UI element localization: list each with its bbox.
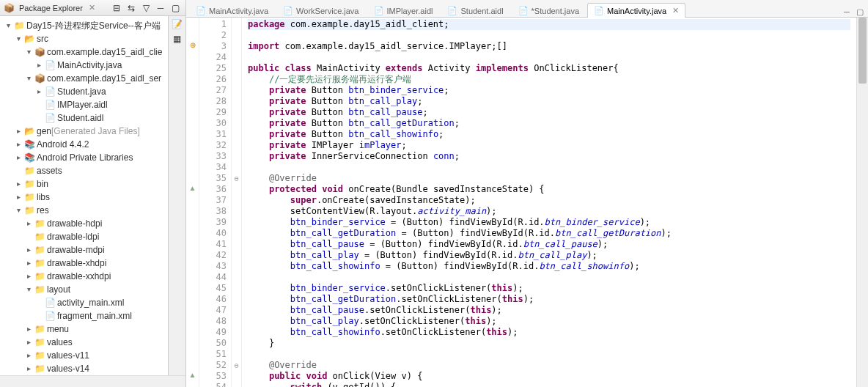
- code-line[interactable]: [248, 52, 850, 63]
- tree-twisty-icon[interactable]: ▸: [13, 192, 23, 202]
- code-line[interactable]: btn_call_getDuration = (Button) findView…: [248, 228, 850, 239]
- tree-twisty-icon[interactable]: ▸: [23, 271, 34, 281]
- tree-item[interactable]: ▸📄Student.java: [3, 85, 168, 98]
- tree-item[interactable]: 📄fragment_main.xml: [3, 309, 168, 322]
- task-list-icon[interactable]: ▦: [173, 34, 181, 44]
- code-line[interactable]: @Override: [248, 173, 850, 184]
- tree-item[interactable]: 📁assets: [3, 164, 168, 177]
- tree-twisty-icon[interactable]: [13, 166, 23, 176]
- tree-twisty-icon[interactable]: ▾: [23, 47, 34, 57]
- tree-item[interactable]: 📄Student.aidl: [3, 111, 168, 125]
- code-line[interactable]: private Button btn_call_play;: [248, 96, 850, 107]
- close-tab-icon[interactable]: ✕: [672, 6, 679, 15]
- editor-tab[interactable]: 📄MainActivity.java✕: [587, 3, 685, 18]
- code-line[interactable]: [248, 272, 850, 283]
- code-line[interactable]: btn_call_play.setOnClickListener(this);: [248, 316, 850, 327]
- tree-twisty-icon[interactable]: [34, 113, 44, 123]
- code-line[interactable]: private Button btn_call_showinfo;: [248, 129, 850, 140]
- tree-twisty-icon[interactable]: ▾: [3, 21, 13, 31]
- tree-twisty-icon[interactable]: ▸: [23, 364, 34, 374]
- tree-item[interactable]: ▸📁drawable-hdpi: [3, 217, 168, 230]
- tree-item[interactable]: ▾📂src: [3, 32, 168, 45]
- tree-twisty-icon[interactable]: ▾: [13, 205, 23, 215]
- tree-twisty-icon[interactable]: [23, 232, 34, 242]
- tree-item[interactable]: ▾📁res: [3, 204, 168, 217]
- tree-twisty-icon[interactable]: ▸: [34, 86, 44, 97]
- code-line[interactable]: switch (v.getId()) {: [248, 382, 850, 387]
- tree-item[interactable]: ▸📚Android 4.4.2: [3, 138, 168, 151]
- tree-twisty-icon[interactable]: ▸: [23, 258, 34, 268]
- code-line[interactable]: btn_call_pause = (Button) findViewById(R…: [248, 239, 850, 250]
- tree-item[interactable]: ▾📁Day15-跨进程绑定Service--客户端: [3, 19, 168, 32]
- tree-item[interactable]: 📁drawable-ldpi: [3, 230, 168, 243]
- tree-twisty-icon[interactable]: ▸: [23, 218, 34, 229]
- tree-twisty-icon[interactable]: ▸: [13, 139, 23, 150]
- link-editor-button[interactable]: ⇆: [125, 1, 138, 15]
- tree-twisty-icon[interactable]: ▸: [13, 126, 23, 136]
- outline-icon[interactable]: 📝: [172, 19, 183, 29]
- code-line[interactable]: public class MainActivity extends Activi…: [248, 63, 850, 74]
- tree-item[interactable]: ▸📂gen [Generated Java Files]: [3, 125, 168, 138]
- tree-twisty-icon[interactable]: ▸: [13, 179, 23, 189]
- code-line[interactable]: btn_call_showinfo.setOnClickListener(thi…: [248, 327, 850, 338]
- collapse-all-button[interactable]: ⊟: [110, 1, 123, 15]
- editor-maximize-icon[interactable]: ▢: [855, 7, 865, 17]
- code-line[interactable]: package com.example.day15_aidl_client;: [248, 19, 850, 30]
- fold-toggle[interactable]: ⊖: [232, 360, 241, 371]
- fold-toggle[interactable]: ⊖: [232, 173, 241, 184]
- tree-twisty-icon[interactable]: [34, 100, 44, 110]
- tree-twisty-icon[interactable]: ▸: [23, 337, 34, 347]
- tree-twisty-icon[interactable]: [34, 298, 44, 308]
- tree-item[interactable]: ▸📁drawable-xxhdpi: [3, 270, 168, 283]
- code-line[interactable]: super.onCreate(savedInstanceState);: [248, 195, 850, 206]
- editor-tab[interactable]: 📄Student.aidl: [441, 3, 510, 18]
- code-line[interactable]: private InnerServiceConnection conn;: [248, 151, 850, 162]
- editor-tab[interactable]: 📄MainActivity.java: [189, 3, 275, 18]
- minimize-button[interactable]: ─: [154, 1, 167, 15]
- code-line[interactable]: [248, 30, 850, 41]
- code-line[interactable]: setContentView(R.layout.activity_main);: [248, 206, 850, 217]
- tree-twisty-icon[interactable]: ▸: [34, 60, 44, 70]
- tree-item[interactable]: 📄activity_main.xml: [3, 296, 168, 309]
- code-line[interactable]: btn_call_play = (Button) findViewById(R.…: [248, 250, 850, 261]
- code-line[interactable]: private IMPlayer imPlayer;: [248, 140, 850, 151]
- code-line[interactable]: private Button btn_binder_service;: [248, 85, 850, 96]
- tree-twisty-icon[interactable]: ▸: [23, 324, 34, 334]
- code-line[interactable]: import com.example.day15_aidl_service.IM…: [248, 41, 850, 52]
- code-line[interactable]: [248, 349, 850, 360]
- tree-twisty-icon[interactable]: ▸: [23, 245, 34, 255]
- code-line[interactable]: @Override: [248, 360, 850, 371]
- code-line[interactable]: btn_binder_service.setOnClickListener(th…: [248, 283, 850, 294]
- code-line[interactable]: btn_call_showinfo = (Button) findViewByI…: [248, 261, 850, 272]
- code-line[interactable]: private Button btn_call_pause;: [248, 107, 850, 118]
- code-line[interactable]: private Button btn_call_getDuration;: [248, 118, 850, 129]
- tree-item[interactable]: ▸📁menu: [3, 322, 168, 336]
- tree-item[interactable]: ▸📁drawable-mdpi: [3, 243, 168, 257]
- tree-twisty-icon[interactable]: ▸: [23, 350, 34, 361]
- tree-twisty-icon[interactable]: ▸: [13, 152, 23, 163]
- tree-item[interactable]: ▸📁drawable-xhdpi: [3, 257, 168, 270]
- code-line[interactable]: public void onClick(View v) {: [248, 371, 850, 382]
- editor-vscrollbar[interactable]: [856, 18, 868, 387]
- code-area[interactable]: package com.example.day15_aidl_client;im…: [242, 18, 856, 387]
- editor-tab[interactable]: 📄*Student.java: [512, 3, 586, 18]
- code-line[interactable]: btn_binder_service = (Button) findViewBy…: [248, 217, 850, 228]
- explorer-tree[interactable]: ▾📁Day15-跨进程绑定Service--客户端▾📂src▾📦com.exam…: [0, 16, 168, 375]
- editor-tab[interactable]: 📄IMPlayer.aidl: [367, 3, 440, 18]
- maximize-button[interactable]: ▢: [169, 1, 182, 15]
- code-line[interactable]: [248, 162, 850, 173]
- fold-column[interactable]: ⊖⊖: [232, 18, 242, 387]
- code-line[interactable]: btn_call_getDuration.setOnClickListener(…: [248, 294, 850, 305]
- explorer-hscrollbar[interactable]: [0, 375, 185, 387]
- tree-item[interactable]: ▸📁bin: [3, 177, 168, 191]
- code-line[interactable]: }: [248, 338, 850, 349]
- tree-twisty-icon[interactable]: ▾: [13, 34, 23, 44]
- tree-item[interactable]: ▸📚Android Private Libraries: [3, 151, 168, 164]
- tree-item[interactable]: ▸📁libs: [3, 191, 168, 204]
- editor-tab[interactable]: 📄WorkService.java: [276, 3, 365, 18]
- tree-item[interactable]: ▸📁values-v14: [3, 362, 168, 375]
- tree-item[interactable]: ▸📁values-v11: [3, 349, 168, 362]
- code-line[interactable]: //一定要先运行服务端再运行客户端: [248, 74, 850, 85]
- tree-twisty-icon[interactable]: ▾: [23, 284, 34, 295]
- tree-item[interactable]: ▸📁values: [3, 336, 168, 349]
